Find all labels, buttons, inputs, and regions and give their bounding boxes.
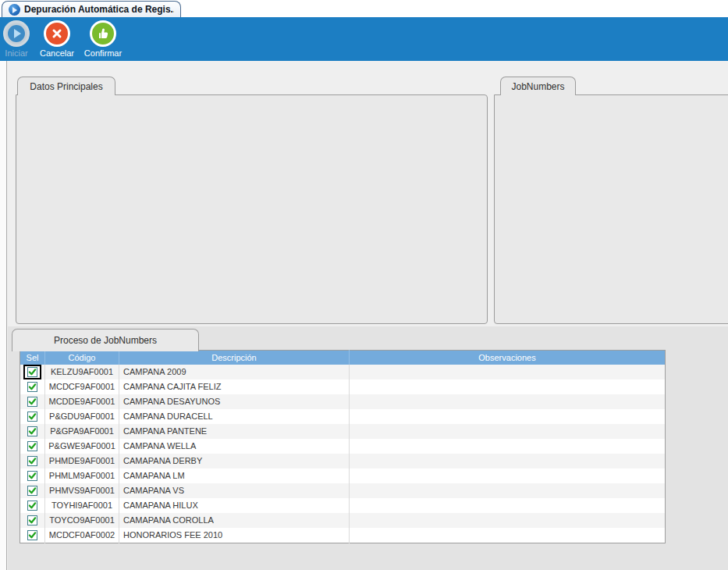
column-header-sel[interactable]: Sel: [20, 351, 45, 365]
row-observaciones: [350, 513, 666, 528]
row-descripcion: CAMAPANA LM: [119, 468, 350, 483]
iniciar-button[interactable]: Iniciar: [0, 17, 33, 61]
row-observaciones: [350, 439, 666, 454]
table-row[interactable]: KELZU9AF0001 CAMPANA 2009: [20, 365, 666, 379]
row-checkbox[interactable]: [27, 471, 37, 481]
row-codigo: MCDCF0AF0002: [45, 528, 119, 543]
row-checkbox[interactable]: [27, 382, 37, 392]
row-checkbox-wrap: [23, 379, 41, 394]
row-descripcion: CAMAPANA VS: [119, 483, 350, 498]
table-row[interactable]: MCDCF0AF0002 HONORARIOS FEE 2010: [20, 528, 666, 543]
table-row[interactable]: PHMDE9AF0001 CAMAPANA DERBY: [20, 454, 666, 468]
application-window: Depuración Automática de Regis... Inicia…: [0, 0, 728, 570]
iniciar-label: Iniciar: [5, 48, 27, 58]
left-gutter: [0, 61, 7, 570]
row-codigo: TOYHI9AF0001: [45, 498, 119, 513]
table-header: SelCódigoDescripciónObservaciones: [20, 351, 666, 365]
confirmar-button[interactable]: Confirmar: [80, 17, 126, 61]
cancelar-button[interactable]: Cancelar: [35, 17, 79, 61]
row-codigo: P&GPA9AF0001: [45, 424, 119, 439]
row-checkbox[interactable]: [27, 501, 37, 511]
row-checkbox-wrap: [23, 424, 41, 439]
row-observaciones: [350, 454, 666, 468]
row-checkbox[interactable]: [27, 515, 37, 525]
column-header-codigo[interactable]: Código: [45, 351, 119, 365]
row-checkbox[interactable]: [27, 367, 37, 377]
row-observaciones: [350, 365, 666, 379]
table-row[interactable]: TOYCO9AF0001 CAMAPANA COROLLA: [20, 513, 666, 528]
cancelar-label: Cancelar: [40, 48, 74, 58]
row-descripcion: CAMAPANA HILUX: [119, 498, 350, 513]
row-observaciones: [350, 409, 666, 424]
row-codigo: MCDCF9AF0001: [45, 379, 119, 394]
table-row[interactable]: PHMVS9AF0001 CAMAPANA VS: [20, 483, 666, 498]
table-row[interactable]: P&GPA9AF0001 CAMPANA PANTENE: [20, 424, 666, 439]
row-checkbox[interactable]: [27, 441, 37, 451]
row-descripcion: CAMAPANA COROLLA: [119, 513, 350, 528]
tab-datos-principales[interactable]: Datos Principales: [17, 77, 115, 95]
row-codigo: P&GDU9AF0001: [45, 409, 119, 424]
tab-datos-principales-label: Datos Principales: [30, 81, 102, 92]
row-descripcion: CAMPANA DESAYUNOS: [119, 394, 350, 409]
row-descripcion: CAMPANA CAJITA FELIZ: [119, 379, 350, 394]
tab-jobnumbers[interactable]: JobNumbers: [500, 77, 576, 95]
toolbar: Iniciar Cancelar Confirmar: [0, 17, 728, 61]
window-tab-strip: Depuración Automática de Regis...: [0, 0, 728, 17]
tab-jobnumbers-label: JobNumbers: [511, 81, 564, 92]
window-tab-title: Depuración Automática de Regis...: [24, 4, 174, 15]
row-descripcion: CAMPANA 2009: [119, 365, 350, 379]
row-codigo: P&GWE9AF0001: [45, 439, 119, 454]
row-checkbox-wrap: [23, 513, 41, 528]
tab-proceso-jobnumbers-label: Proceso de JobNumbers: [54, 335, 157, 346]
jobnumbers-panel: [494, 94, 728, 324]
row-descripcion: CAMPANA DURACELL: [119, 409, 350, 424]
row-observaciones: [350, 483, 666, 498]
jobnumbers-table: SelCódigoDescripciónObservaciones KELZU9…: [20, 350, 666, 543]
row-observaciones: [350, 394, 666, 409]
row-checkbox-wrap: [23, 483, 41, 498]
row-descripcion: CAMAPANA DERBY: [119, 454, 350, 468]
table-row[interactable]: MCDDE9AF0001 CAMPANA DESAYUNOS: [20, 394, 666, 409]
row-checkbox-wrap: [23, 454, 41, 468]
row-codigo: MCDDE9AF0001: [45, 394, 119, 409]
row-codigo: TOYCO9AF0001: [45, 513, 119, 528]
tab-proceso-jobnumbers[interactable]: Proceso de JobNumbers: [12, 329, 199, 351]
table-row[interactable]: PHMLM9AF0001 CAMAPANA LM: [20, 468, 666, 483]
row-descripcion: CAMPANA PANTENE: [119, 424, 350, 439]
row-checkbox-wrap: [23, 468, 41, 483]
row-observaciones: [350, 528, 666, 543]
table-row[interactable]: P&GWE9AF0001 CAMPANA WELLA: [20, 439, 666, 454]
main-content: Datos Principales Tipo de Depuración CIE…: [0, 61, 728, 570]
column-header-observaciones[interactable]: Observaciones: [350, 351, 666, 365]
thumbs-up-icon: [90, 20, 116, 47]
row-checkbox[interactable]: [27, 397, 37, 407]
row-checkbox-wrap: [23, 365, 41, 379]
row-codigo: PHMVS9AF0001: [45, 483, 119, 498]
table-row[interactable]: TOYHI9AF0001 CAMAPANA HILUX: [20, 498, 666, 513]
row-checkbox[interactable]: [27, 411, 37, 422]
row-checkbox[interactable]: [27, 426, 37, 436]
row-codigo: PHMLM9AF0001: [45, 468, 119, 483]
table-row[interactable]: P&GDU9AF0001 CAMPANA DURACELL: [20, 409, 666, 424]
cancel-icon: [44, 20, 70, 47]
row-checkbox-wrap: [23, 528, 41, 543]
row-descripcion: HONORARIOS FEE 2010: [119, 528, 350, 543]
window-tab[interactable]: Depuración Automática de Regis...: [2, 1, 181, 17]
row-codigo: PHMDE9AF0001: [45, 454, 119, 468]
app-icon: [9, 4, 20, 16]
table-row[interactable]: MCDCF9AF0001 CAMPANA CAJITA FELIZ: [20, 379, 666, 394]
row-descripcion: CAMPANA WELLA: [119, 439, 350, 454]
row-observaciones: [350, 424, 666, 439]
row-checkbox[interactable]: [27, 486, 37, 496]
row-codigo: KELZU9AF0001: [45, 365, 119, 379]
row-observaciones: [350, 498, 666, 513]
column-header-descripcion[interactable]: Descripción: [119, 351, 350, 365]
row-checkbox[interactable]: [27, 530, 37, 540]
row-observaciones: [350, 468, 666, 483]
row-checkbox-wrap: [23, 394, 41, 409]
row-checkbox[interactable]: [27, 456, 37, 466]
row-observaciones: [350, 379, 666, 394]
row-checkbox-wrap: [23, 498, 41, 513]
confirmar-label: Confirmar: [84, 48, 122, 58]
datos-principales-panel: [16, 94, 488, 324]
